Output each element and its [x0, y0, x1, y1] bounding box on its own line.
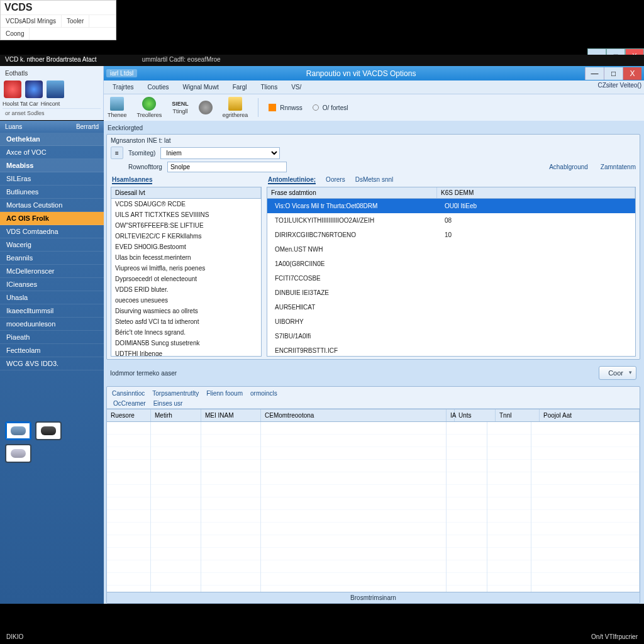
ribbon-tab[interactable]: VS/ [285, 82, 308, 92]
column-header[interactable]: Frase sdatmtion [267, 187, 437, 198]
right-list[interactable]: Frase sdatmtion K6S DEMM Vis:O Vicars Mi… [267, 187, 636, 357]
menu-item[interactable]: Tooler [62, 15, 89, 27]
tool-icon[interactable] [47, 80, 64, 98]
list-tab[interactable]: DsMetsn snnl [355, 176, 394, 184]
bottom-tab[interactable]: Cansinntioc [112, 390, 145, 397]
sidebar-item[interactable]: Mortaus Ceutstion [0, 199, 104, 212]
list-item[interactable]: Steteo asfd VCI ta td ixtheront [111, 316, 261, 327]
sidebar-item[interactable]: WCG &VS IDD3. [0, 357, 104, 370]
sidebar-item[interactable]: Butliunees [0, 186, 104, 199]
device-icon[interactable] [5, 421, 31, 440]
grid-header[interactable]: Ruesore [107, 409, 151, 421]
grid-header[interactable]: CEMomtreootona [261, 409, 447, 421]
sidebar-item[interactable]: Uhasla [0, 291, 104, 304]
gear-icon[interactable] [199, 101, 213, 114]
globe-icon[interactable] [25, 80, 43, 98]
list-item[interactable]: UDTFHl Iribenge [111, 348, 261, 357]
list-item[interactable]: FCITI7CCOSBE [267, 271, 635, 286]
sub-tab[interactable]: OcCreamer [113, 400, 146, 407]
list-item[interactable]: Viupreos wi lmitfla, neris poenes [111, 263, 261, 274]
refresh-icon[interactable] [142, 97, 156, 111]
sidebar-item[interactable]: Wacerig [0, 238, 104, 252]
grid-header[interactable]: Tnnl [496, 409, 540, 421]
menubar-caption-2: ummlartil Cadfl: eoseafMroe [142, 56, 221, 65]
panel-tab[interactable]: Zamntatenm [601, 164, 636, 170]
sidebar-item[interactable]: ICieanses [0, 278, 104, 291]
radio-icon[interactable] [313, 104, 319, 111]
results-grid[interactable]: Ruesore Metirh MEI INAM CEMomtreootona I… [107, 409, 640, 592]
ribbon-tab[interactable]: Trajrtes [106, 82, 140, 92]
device-icon[interactable] [5, 444, 31, 463]
sidebar-item[interactable]: Beannils [0, 252, 104, 265]
list-item[interactable]: Vis:O Vicars Mil tr Thurta:Oet08DRMOU0l … [267, 199, 635, 213]
ribbon-tab[interactable]: Fargl [226, 82, 253, 92]
filter-select-1[interactable]: Iniem [160, 147, 280, 159]
list-tab[interactable]: Hsamlsannes [112, 176, 152, 184]
list-item[interactable]: VCDS SDAUGC® RCDE [111, 199, 261, 209]
sub-tab[interactable]: Einses usr [153, 400, 183, 407]
device-icon[interactable] [35, 421, 62, 440]
module-icon[interactable] [4, 80, 21, 98]
quick-access[interactable]: iarl Ltdsl [106, 69, 137, 77]
grid-header[interactable]: Unts [455, 409, 496, 421]
sidebar-item[interactable]: Oethektan [0, 133, 104, 146]
sidebar-item[interactable]: Fectteolam [0, 344, 104, 357]
bottom-tab[interactable]: ormoincls [250, 390, 277, 397]
sidebar-item[interactable]: Axce of VOC [0, 146, 104, 159]
list-item[interactable]: DINBUIE IEI3TAZE [267, 286, 635, 300]
list-tab[interactable]: Antomleutinioe; [268, 176, 316, 184]
list-item[interactable]: Ulas bcin fecesst.merintern [111, 252, 261, 263]
list-item[interactable]: S7IBU/1A0Ifi [267, 329, 635, 343]
list-item[interactable]: UIBORHY [267, 314, 635, 329]
bottom-tab[interactable]: Flienn fooum [206, 390, 243, 397]
bottom-tab[interactable]: Torpsamentrutlty [152, 390, 199, 397]
ribbon-tab[interactable]: Tlions [254, 82, 284, 92]
sidebar-item[interactable]: Ikaeeclltummsil [0, 304, 104, 318]
document-icon[interactable] [110, 97, 124, 111]
list-item[interactable]: Disurving wasmiecs ao ollrets [111, 306, 261, 316]
list-item[interactable]: Béric't ote lnnecs sgrand. [111, 327, 261, 338]
icon-label: Hincont [41, 101, 60, 107]
minimize-button[interactable]: — [585, 67, 604, 80]
list-item[interactable]: DOIMlAN5B Suncg stusetrenk [111, 338, 261, 348]
sidebar-item[interactable]: AC OIS Frolk [0, 212, 104, 225]
list-item[interactable]: ouecoes unesuees [111, 295, 261, 306]
sidebar-item[interactable]: SILEras [0, 172, 104, 186]
panel-tab[interactable]: Achablground [549, 164, 588, 170]
list-item[interactable]: Dyprsoecedrl ot elenecteount [111, 274, 261, 284]
list-item[interactable]: AUR5EHllCAT [267, 300, 635, 314]
grid-header[interactable]: Metirh [151, 409, 201, 421]
list-tab[interactable]: Oorers [326, 176, 345, 184]
ribbon-tab[interactable]: Couties [142, 82, 175, 92]
list-item[interactable]: ORLTEVIE2C/C F KERkllahms [111, 231, 261, 242]
list-item[interactable]: 1A00(G8RCIIN0E [267, 257, 635, 271]
grid-header[interactable]: Poojol Aat [540, 409, 640, 421]
column-header[interactable]: Disesail lvt [111, 187, 261, 198]
menu-item[interactable]: Coong [1, 28, 30, 40]
filter-icon[interactable]: ≡ [111, 147, 123, 159]
apply-button[interactable]: Coor [599, 366, 636, 380]
sidebar-item[interactable]: Meabiss [0, 159, 104, 172]
grid-header[interactable]: MEI INAM [201, 409, 261, 421]
list-item[interactable]: VDDS ERID bluter. [111, 284, 261, 295]
sidebar-item[interactable]: Piaeath [0, 331, 104, 344]
column-header[interactable]: K6S DEMM [437, 187, 635, 198]
close-button[interactable]: X [623, 67, 641, 80]
left-list[interactable]: Disesail lvt VCDS SDAUGC® RCDEUILS ART T… [111, 187, 262, 357]
sidebar-item[interactable]: VDS Comtaedna [0, 225, 104, 238]
folder-icon[interactable] [228, 97, 242, 111]
list-item[interactable]: ENCRIIT9RBSTTI.ICF [267, 343, 635, 357]
list-item[interactable]: UILS ART TICTXTKES SEVIIIINS [111, 209, 261, 220]
list-item[interactable]: OMen.UST NWH [267, 242, 635, 257]
list-item[interactable]: OW"SRT6FFEEFB:SE LIFTIUE [111, 220, 261, 231]
list-item[interactable]: TO1ILUICKYITHIIIIIIIIIIOO2AI/ZEIH08 [267, 213, 635, 228]
sidebar-item[interactable]: McDelleronscer [0, 265, 104, 278]
sidebar-item[interactable]: mooeduunleson [0, 318, 104, 331]
maximize-button[interactable]: □ [604, 67, 623, 80]
list-item[interactable]: DIRIRXCGIIBC7N6RTOENO10 [267, 228, 635, 242]
menu-item[interactable]: VCDsADsl Mrings [1, 15, 62, 27]
list-item[interactable]: EVED SH0OIG.Bestoomt [111, 242, 261, 252]
ribbon-tab[interactable]: Wignal Muwt [176, 82, 225, 92]
grid-header[interactable]: IA [447, 409, 455, 421]
filter-input-2[interactable] [167, 162, 287, 172]
